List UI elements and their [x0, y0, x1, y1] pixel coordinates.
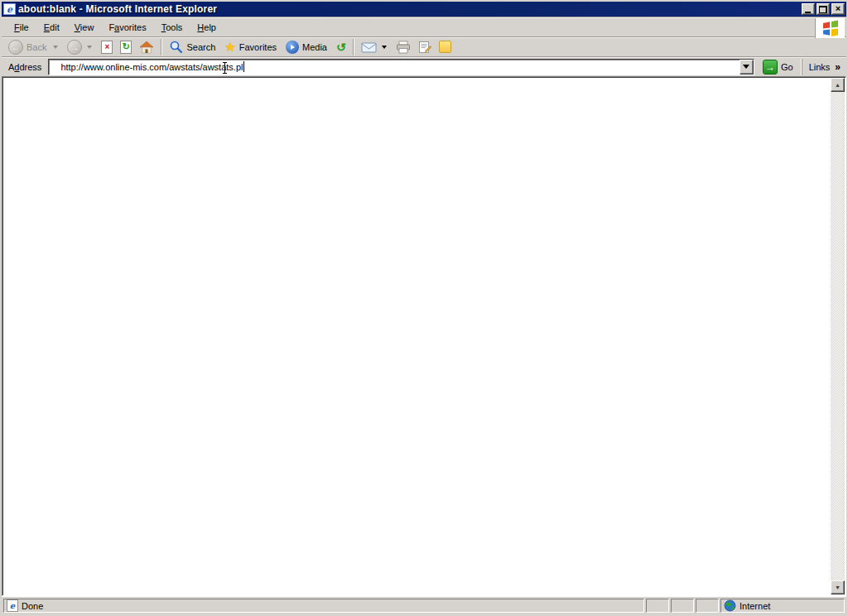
- refresh-icon: ↻: [120, 41, 132, 54]
- status-pane-empty: [696, 599, 719, 613]
- address-input[interactable]: http://www.online-mis.com/awstats/awstat…: [48, 59, 754, 75]
- search-button[interactable]: Search: [166, 38, 220, 56]
- menu-file-key: F: [14, 22, 20, 32]
- stop-icon: ×: [101, 41, 113, 54]
- go-arrow-icon: →: [763, 60, 778, 75]
- title-bar[interactable]: e about:blank - Microsoft Internet Explo…: [2, 2, 846, 17]
- scroll-down-icon: ▼: [835, 585, 841, 590]
- toolbar: ← Back → × ↻ Search: [2, 36, 846, 56]
- search-label: Search: [186, 42, 217, 52]
- menu-view[interactable]: View: [67, 20, 102, 35]
- ie-logo-icon: e: [3, 3, 16, 15]
- media-icon: [286, 41, 299, 54]
- favorites-star-icon: ★: [224, 41, 235, 53]
- mail-button[interactable]: [358, 38, 392, 56]
- address-value: http://www.online-mis.com/awstats/awstat…: [60, 62, 243, 72]
- notes-icon: [439, 41, 451, 53]
- media-button[interactable]: Media: [282, 38, 332, 56]
- scroll-down-button[interactable]: ▼: [831, 580, 845, 594]
- throbber: [815, 18, 845, 38]
- mail-icon: [361, 41, 377, 53]
- windows-flag-icon: [822, 19, 840, 37]
- page-content: ▲ ▼: [2, 76, 846, 596]
- forward-icon: →: [67, 40, 82, 55]
- menu-edit[interactable]: Edit: [36, 20, 67, 35]
- menu-edit-post: dit: [50, 22, 60, 32]
- window-title: about:blank - Microsoft Internet Explore…: [18, 3, 800, 15]
- scroll-up-icon: ▲: [835, 82, 841, 88]
- address-bar: Address http://www.online-mis.com/awstat…: [2, 56, 846, 76]
- back-button[interactable]: ← Back: [5, 38, 63, 56]
- security-zone-pane: Internet: [720, 599, 845, 613]
- history-icon: ↺: [336, 41, 346, 53]
- favorites-label: Favorites: [239, 42, 278, 52]
- minimize-icon: [805, 6, 812, 13]
- media-label: Media: [302, 42, 329, 52]
- edit-icon: [418, 41, 431, 54]
- links-chevron-icon: »: [835, 61, 840, 73]
- print-button[interactable]: [393, 38, 414, 56]
- stop-button[interactable]: ×: [98, 38, 116, 56]
- mail-dropdown-icon: [382, 46, 387, 49]
- browser-window: e about:blank - Microsoft Internet Explo…: [0, 0, 848, 616]
- menu-favorites-post: vorites: [119, 22, 146, 32]
- status-pane-empty: [646, 599, 669, 613]
- toolbar-separator: [161, 39, 162, 55]
- status-text: Done: [22, 601, 43, 611]
- page-status-icon: e: [7, 599, 18, 612]
- status-bar: e Done Internet: [2, 596, 846, 614]
- back-label: Back: [26, 42, 48, 52]
- links-label: Links: [809, 62, 831, 72]
- notes-button[interactable]: [436, 38, 455, 56]
- links-bar[interactable]: Links »: [802, 59, 845, 75]
- favorites-button[interactable]: ★ Favorites: [221, 38, 282, 56]
- zone-label: Internet: [740, 601, 770, 611]
- menu-file-post: ile: [20, 22, 29, 32]
- toolbar-separator: [353, 39, 354, 55]
- menu-help-post: elp: [204, 22, 216, 32]
- menu-file[interactable]: File: [7, 20, 36, 35]
- menu-tools[interactable]: Tools: [154, 20, 190, 35]
- menu-tools-post: ools: [166, 22, 182, 32]
- scroll-up-button[interactable]: ▲: [831, 78, 845, 92]
- history-button[interactable]: ↺: [333, 38, 349, 56]
- menu-bar: File Edit View Favorites Tools Help: [2, 17, 846, 36]
- restore-button[interactable]: [817, 3, 830, 15]
- text-caret: [243, 61, 244, 72]
- search-icon: [169, 40, 183, 54]
- back-icon: ←: [8, 40, 23, 55]
- address-label-post: dress: [19, 62, 41, 72]
- restore-icon: [819, 6, 827, 13]
- menu-view-post: iew: [80, 22, 94, 32]
- ibeam-cursor: [221, 61, 229, 75]
- home-button[interactable]: [136, 38, 157, 56]
- print-icon: [396, 41, 411, 54]
- edit-button[interactable]: [415, 38, 435, 56]
- internet-globe-icon: [724, 599, 736, 612]
- forward-button[interactable]: →: [64, 38, 97, 56]
- close-icon: ×: [836, 4, 841, 13]
- address-dropdown-icon: [743, 65, 749, 69]
- go-label: Go: [781, 62, 793, 72]
- address-label: Address: [8, 62, 43, 72]
- menu-help[interactable]: Help: [190, 20, 224, 35]
- vertical-scrollbar[interactable]: ▲ ▼: [831, 78, 845, 594]
- refresh-button[interactable]: ↻: [117, 38, 135, 56]
- close-button[interactable]: ×: [831, 3, 845, 15]
- minimize-button[interactable]: [802, 3, 815, 15]
- back-dropdown-icon: [53, 46, 58, 49]
- menu-favorites[interactable]: Favorites: [101, 20, 153, 35]
- status-pane: e Done: [3, 599, 644, 613]
- menu-edit-key: E: [44, 22, 50, 32]
- forward-dropdown-icon: [87, 46, 92, 49]
- home-icon: [139, 41, 154, 54]
- go-button[interactable]: → Go: [759, 60, 797, 75]
- menu-view-key: V: [75, 22, 80, 32]
- address-dropdown-button[interactable]: [740, 60, 754, 75]
- status-pane-empty: [671, 599, 694, 613]
